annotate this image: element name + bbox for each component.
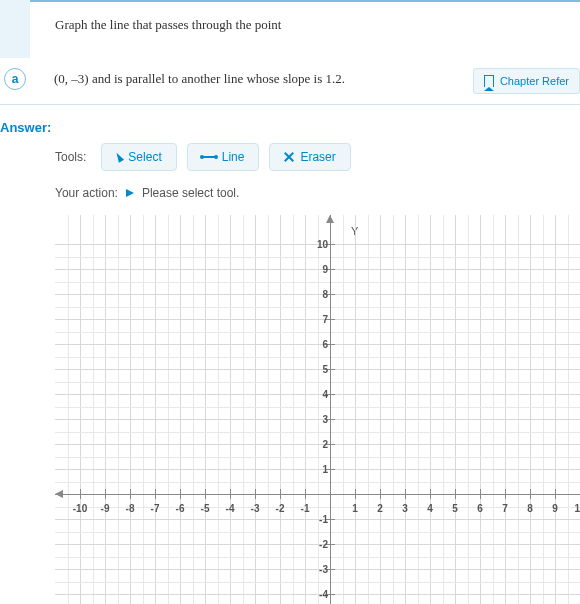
x-tick-label: 7 — [502, 503, 508, 514]
x-tick-label: 2 — [377, 503, 383, 514]
y-tick-label: 3 — [313, 414, 328, 425]
y-tick-label: 4 — [313, 389, 328, 400]
bookmark-icon — [484, 75, 494, 87]
answer-label: Answer: — [0, 105, 580, 143]
line-tool-button[interactable]: Line — [187, 143, 260, 171]
action-row: Your action: Please select tool. — [0, 181, 580, 215]
x-tick-label: -3 — [251, 503, 260, 514]
x-icon — [284, 152, 294, 162]
x-tick-label: -10 — [73, 503, 87, 514]
y-tick-label: 5 — [313, 364, 328, 375]
x-tick-label: -4 — [226, 503, 235, 514]
part-text: (0, –3) and is parallel to another line … — [54, 68, 473, 87]
x-tick-label: 10 — [574, 503, 580, 514]
select-tool-button[interactable]: Select — [101, 143, 176, 171]
x-tick-label: -5 — [201, 503, 210, 514]
y-tick-label: 1 — [313, 464, 328, 475]
action-text: Please select tool. — [142, 186, 239, 200]
x-tick-label: -7 — [151, 503, 160, 514]
y-tick-label: 10 — [313, 239, 328, 250]
x-tick-label: -9 — [101, 503, 110, 514]
eraser-tool-label: Eraser — [300, 150, 335, 164]
x-tick-label: 9 — [552, 503, 558, 514]
x-tick-label: 5 — [452, 503, 458, 514]
x-tick-label: 6 — [477, 503, 483, 514]
y-tick-label: -2 — [313, 539, 328, 550]
tools-label: Tools: — [55, 150, 86, 164]
x-tick-label: -6 — [176, 503, 185, 514]
action-label: Your action: — [55, 186, 118, 200]
tools-row: Tools: Select Line Eraser — [0, 143, 580, 181]
part-letter: a — [4, 68, 26, 90]
x-tick-label: -2 — [276, 503, 285, 514]
y-tick-label: 7 — [313, 314, 328, 325]
y-tick-label: -3 — [313, 564, 328, 575]
select-tool-label: Select — [128, 150, 161, 164]
chapter-reference-label: Chapter Refer — [500, 75, 569, 87]
coordinate-grid[interactable]: Y -10-9-8-7-6-5-4-3-2-112345678910-5-4-3… — [55, 215, 580, 604]
y-tick-label: 8 — [313, 289, 328, 300]
x-tick-label: 4 — [427, 503, 433, 514]
x-tick-label: 1 — [352, 503, 358, 514]
x-tick-label: 8 — [527, 503, 533, 514]
chapter-reference-button[interactable]: Chapter Refer — [473, 68, 580, 94]
x-tick-label: 3 — [402, 503, 408, 514]
y-tick-label: -4 — [313, 589, 328, 600]
y-tick-label: 9 — [313, 264, 328, 275]
x-tick-label: -1 — [301, 503, 310, 514]
y-tick-label: 6 — [313, 339, 328, 350]
y-tick-label: 2 — [313, 439, 328, 450]
y-tick-label: -1 — [313, 514, 328, 525]
line-icon — [202, 156, 216, 158]
eraser-tool-button[interactable]: Eraser — [269, 143, 350, 171]
line-tool-label: Line — [222, 150, 245, 164]
x-tick-label: -8 — [126, 503, 135, 514]
arrow-right-icon — [126, 189, 134, 197]
cursor-icon — [114, 151, 124, 163]
problem-instruction: Graph the line that passes through the p… — [30, 2, 580, 58]
